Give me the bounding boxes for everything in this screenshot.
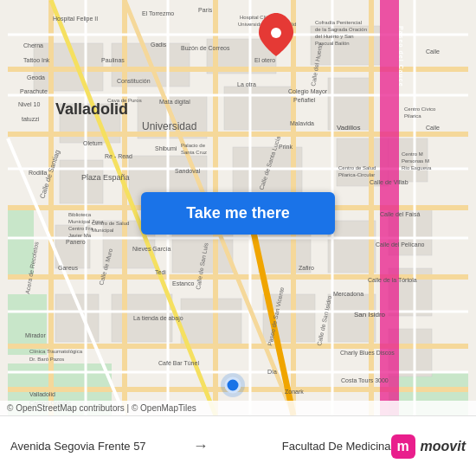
svg-text:Calle de Villab: Calle de Villab: [370, 179, 408, 185]
svg-text:Estanco: Estanco: [172, 280, 194, 286]
moovit-logo-icon: m: [391, 434, 415, 459]
svg-text:Paseo del Cauce: Paseo del Cauce: [398, 26, 404, 87]
svg-text:Santa Cruz: Santa Cruz: [181, 150, 207, 155]
svg-text:Tattoo Ink: Tattoo Ink: [23, 57, 50, 63]
svg-text:Tedi: Tedi: [155, 269, 166, 275]
svg-point-150: [271, 28, 281, 38]
svg-text:Valladolid: Valladolid: [29, 391, 55, 397]
svg-text:Zafiro: Zafiro: [299, 265, 314, 271]
origin-label: Avenida Segovia Frente 57: [10, 440, 183, 453]
svg-text:Constitución: Constitución: [117, 78, 151, 84]
svg-text:del Huerto y San: del Huerto y San: [315, 34, 354, 39]
svg-text:Zonark: Zonark: [285, 389, 304, 395]
bottom-bar: Avenida Segovia Frente 57 → Facultad De …: [0, 415, 476, 476]
svg-text:Pascual Bailón: Pascual Bailón: [315, 41, 350, 46]
svg-text:Costa Tours 3000: Costa Tours 3000: [341, 377, 389, 383]
svg-text:Panero: Panero: [66, 239, 86, 245]
svg-text:Gadis: Gadis: [151, 42, 167, 48]
svg-rect-11: [224, 87, 293, 130]
take-me-there-button[interactable]: Take me there: [141, 192, 335, 235]
svg-text:Cherna: Cherna: [23, 42, 43, 48]
svg-text:Peñafiel: Peñafiel: [293, 97, 316, 103]
svg-text:Geoda: Geoda: [27, 74, 45, 80]
svg-text:Malavida: Malavida: [290, 120, 314, 126]
svg-text:Nivel 10: Nivel 10: [18, 101, 40, 107]
svg-text:Mirador: Mirador: [25, 332, 46, 338]
svg-text:La otra: La otra: [237, 81, 256, 87]
svg-text:Centro de Salud: Centro de Salud: [338, 165, 376, 170]
svg-text:El Torrezmo: El Torrezmo: [142, 10, 174, 16]
svg-text:Colegio Mayor: Colegio Mayor: [288, 88, 328, 95]
svg-text:Mata digital: Mata digital: [159, 99, 190, 106]
svg-text:Centro Fra: Centro Fra: [68, 226, 93, 231]
svg-text:Centro M: Centro M: [402, 151, 423, 157]
svg-text:Día: Día: [267, 369, 277, 375]
svg-text:Clínica Traumatológica: Clínica Traumatológica: [29, 349, 83, 354]
svg-text:tatuzzi: tatuzzi: [22, 116, 40, 122]
svg-text:Calle del Faisá: Calle del Faisá: [380, 211, 420, 217]
svg-text:París: París: [198, 7, 213, 13]
moovit-logo-text: moovit: [421, 439, 466, 454]
svg-text:Calle: Calle: [426, 48, 440, 55]
svg-text:de la Sagrada Oración: de la Sagrada Oración: [315, 27, 367, 32]
svg-text:Centro Cívico: Centro Cívico: [404, 106, 436, 112]
svg-text:Centro de Salud: Centro de Salud: [92, 221, 129, 226]
svg-text:Javier Ma: Javier Ma: [68, 233, 92, 238]
svg-text:Parachute: Parachute: [20, 88, 48, 94]
svg-text:Calle del Pelícano: Calle del Pelícano: [376, 241, 425, 248]
svg-text:Río Esgueva: Río Esgueva: [402, 165, 432, 170]
svg-text:Biblioteca: Biblioteca: [68, 212, 92, 217]
svg-text:Personas M: Personas M: [402, 158, 429, 164]
svg-text:Hospital Felipe II: Hospital Felipe II: [53, 16, 98, 23]
svg-text:Sandoval: Sandoval: [175, 168, 201, 174]
svg-text:La tienda de abajo: La tienda de abajo: [133, 315, 183, 322]
svg-text:Cava de Puros: Cava de Puros: [107, 98, 142, 103]
svg-text:Vadillos: Vadillos: [337, 124, 360, 132]
svg-text:Gareus: Gareus: [58, 265, 78, 271]
svg-text:Pilarica: Pilarica: [404, 113, 421, 119]
svg-text:Calle de la Tórtola: Calle de la Tórtola: [368, 277, 417, 283]
direction-arrow-icon: →: [193, 437, 209, 455]
svg-text:Rodilla: Rodilla: [29, 170, 48, 176]
svg-text:Prink: Prink: [279, 144, 293, 150]
svg-text:Valladolid: Valladolid: [55, 100, 128, 118]
svg-text:Municipal: Municipal: [92, 228, 113, 233]
svg-text:Cofradía Penitencial: Cofradía Penitencial: [315, 20, 362, 25]
svg-text:Universidad: Universidad: [142, 120, 196, 132]
svg-rect-21: [328, 221, 376, 273]
svg-text:Plaza España: Plaza España: [81, 173, 130, 182]
svg-rect-12: [328, 78, 371, 130]
svg-point-149: [221, 373, 245, 397]
svg-text:Shibumi: Shibumi: [155, 145, 177, 151]
svg-rect-13: [60, 160, 103, 203]
svg-text:Calle: Calle: [426, 125, 440, 131]
svg-text:Charly Blues Discos: Charly Blues Discos: [340, 350, 395, 357]
svg-text:Pilarica-Circular: Pilarica-Circular: [338, 172, 375, 177]
destination-label: Facultad De Medicina: [219, 440, 391, 453]
svg-text:San Isidro: San Isidro: [354, 311, 386, 318]
svg-text:Nieves García: Nieves García: [132, 246, 170, 252]
map-attribution: © OpenStreetMap contributors | © OpenMap…: [0, 401, 476, 415]
svg-text:El otero: El otero: [254, 57, 275, 63]
svg-text:Mercadona: Mercadona: [333, 291, 363, 297]
svg-text:Oletum: Oletum: [83, 140, 103, 146]
svg-text:Buzón de Correos: Buzón de Correos: [181, 45, 230, 51]
map-container: Valladolid Universidad Plaza España Call…: [0, 0, 476, 415]
svg-text:Dr. Baró Pazos: Dr. Baró Pazos: [29, 357, 64, 362]
svg-rect-24: [181, 299, 241, 346]
svg-text:Re - Read: Re - Read: [105, 153, 132, 159]
svg-text:Café Bar Túnel: Café Bar Túnel: [158, 360, 199, 366]
moovit-logo: m moovit: [391, 434, 466, 459]
svg-text:Paulinas: Paulinas: [101, 57, 125, 63]
svg-text:Palacio de: Palacio de: [181, 143, 206, 148]
